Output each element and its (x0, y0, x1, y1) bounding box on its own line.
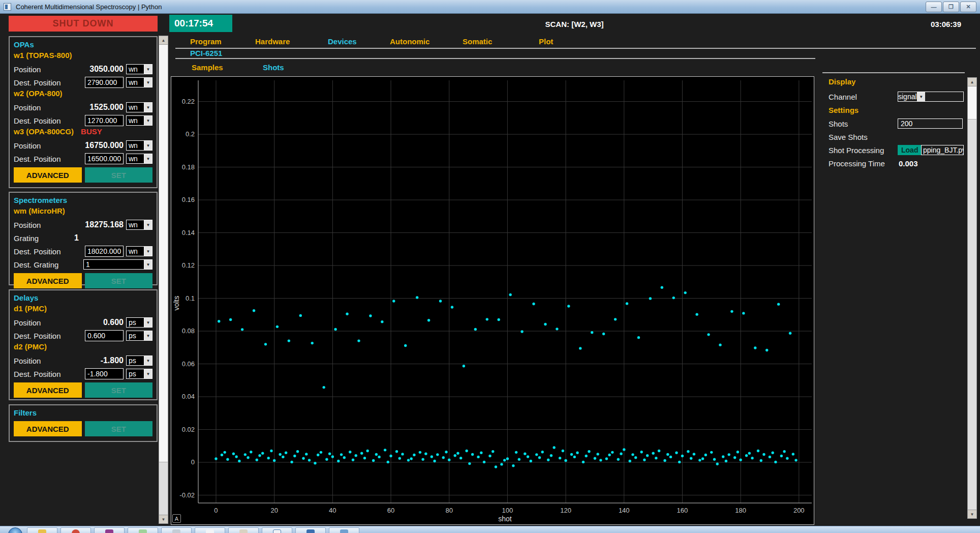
chevron-down-icon[interactable]: ▼ (144, 154, 152, 163)
chevron-down-icon[interactable]: ▼ (144, 220, 152, 229)
scrollbar-thumb[interactable] (968, 86, 976, 120)
w2-dest-input[interactable]: 1270.000 (85, 115, 124, 126)
chevron-down-icon[interactable]: ▼ (144, 65, 152, 74)
delays-set-button[interactable]: SET (85, 382, 153, 398)
opas-set-button[interactable]: SET (85, 167, 153, 183)
chevron-down-icon[interactable]: ▼ (144, 318, 152, 327)
opas-panel: OPAs w1 (TOPAS-800) Position 3050.000 wn… (9, 36, 158, 188)
window-titlebar[interactable]: Coherent Multidimensional Spectroscopy |… (0, 0, 980, 14)
wm-dest-input[interactable]: 18020.000 (85, 246, 124, 257)
chevron-down-icon[interactable]: ▼ (917, 92, 925, 101)
chevron-down-icon[interactable]: ▼ (144, 331, 152, 340)
w3-dest-input[interactable]: 16500.000 (85, 153, 124, 164)
minimize-button[interactable]: — (926, 2, 942, 12)
chevron-down-icon[interactable]: ▼ (144, 116, 152, 125)
menu-plot[interactable]: Plot (539, 37, 553, 46)
wm-dest-unit-dropdown[interactable]: wn▼ (126, 246, 152, 256)
taskbar-app-button[interactable] (94, 527, 125, 533)
scroll-up-icon[interactable]: ▲ (968, 78, 976, 86)
opas-title: OPAs (14, 40, 152, 51)
svg-text:0.04: 0.04 (182, 393, 195, 400)
taskbar-app-button[interactable] (60, 527, 91, 533)
chevron-down-icon[interactable]: ▼ (144, 356, 152, 365)
right-panel-scrollbar[interactable]: ▲ ▼ (967, 77, 977, 519)
menu-program[interactable]: Program (190, 37, 222, 46)
svg-text:shot: shot (498, 515, 512, 523)
restore-button[interactable]: ❐ (943, 2, 959, 12)
taskbar-app-button[interactable] (262, 527, 292, 533)
taskbar-app-button[interactable] (329, 527, 359, 533)
start-button[interactable] (8, 527, 22, 533)
chevron-down-icon[interactable]: ▼ (144, 78, 152, 87)
menu-somatic[interactable]: Somatic (463, 37, 492, 46)
scrollbar-thumb[interactable] (159, 45, 168, 462)
w3-dest-unit-dropdown[interactable]: wn▼ (126, 154, 152, 164)
d1-dest-unit-dropdown[interactable]: ps▼ (126, 331, 152, 341)
tab-shots[interactable]: Shots (263, 63, 284, 72)
w2-name: w2 (OPA-800) (14, 89, 63, 101)
filters-set-button[interactable]: SET (85, 421, 153, 436)
svg-text:0.12: 0.12 (182, 261, 195, 269)
plot-autoscale-button[interactable]: A (172, 514, 181, 523)
w2-position-unit-dropdown[interactable]: wn▼ (126, 102, 152, 112)
spectrometers-advanced-button[interactable]: ADVANCED (14, 273, 82, 288)
d1-position-unit-dropdown[interactable]: ps▼ (126, 317, 152, 328)
wm-position-unit-dropdown[interactable]: wn▼ (126, 220, 152, 230)
w3-busy-badge: BUSY (81, 127, 102, 139)
chevron-down-icon[interactable]: ▼ (144, 247, 152, 256)
scroll-up-icon[interactable]: ▲ (159, 36, 168, 45)
scroll-down-icon[interactable]: ▼ (159, 515, 168, 523)
position-label: Position (14, 103, 77, 112)
d2-dest-input[interactable]: -1.800 (85, 368, 124, 379)
device-tab-pci6251[interactable]: PCI-6251 (190, 49, 222, 57)
taskbar-app-button[interactable] (195, 527, 225, 533)
display-section-title: Display (829, 77, 855, 86)
windows-taskbar[interactable] (0, 526, 980, 533)
scroll-down-icon[interactable]: ▼ (968, 510, 976, 518)
taskbar-app-button[interactable] (228, 527, 259, 533)
green-app-icon (139, 529, 147, 533)
d2-position-unit-dropdown[interactable]: ps▼ (126, 356, 152, 366)
opas-advanced-button[interactable]: ADVANCED (14, 167, 82, 183)
desktop: { "window": { "title": "Coherent Multidi… (0, 0, 980, 533)
chevron-down-icon[interactable]: ▼ (144, 369, 152, 378)
load-script-button[interactable]: Load (898, 145, 922, 155)
channel-dropdown[interactable]: signal ▼ (898, 92, 964, 102)
taskbar-app-button[interactable] (27, 527, 57, 533)
shutdown-button[interactable]: SHUT DOWN (9, 16, 158, 32)
close-button[interactable]: ✕ (960, 2, 976, 12)
chevron-down-icon[interactable]: ▼ (144, 141, 152, 150)
w1-dest-input[interactable]: 2790.000 (85, 77, 124, 88)
purple-app-icon (105, 529, 113, 533)
central-scrollbar[interactable]: ▲ ▼ (159, 36, 168, 524)
taskbar-app-button[interactable] (295, 527, 326, 533)
menu-autonomic[interactable]: Autonomic (390, 37, 430, 46)
shots-plot-svg[interactable]: -0.0200.020.040.060.080.10.120.140.160.1… (171, 77, 814, 523)
tab-samples[interactable]: Samples (192, 63, 223, 72)
d2-dest-unit-dropdown[interactable]: ps▼ (126, 369, 152, 379)
w1-dest-unit-dropdown[interactable]: wn▼ (126, 77, 152, 87)
taskbar-app-button[interactable] (128, 527, 158, 533)
svg-text:0.22: 0.22 (182, 98, 195, 105)
w2-dest-unit-dropdown[interactable]: wn▼ (126, 115, 152, 126)
chevron-down-icon[interactable]: ▼ (144, 103, 152, 112)
d1-dest-input[interactable]: 0.600 (85, 330, 124, 341)
folder-icon (38, 529, 46, 533)
processing-time-value: 0.003 (899, 159, 918, 168)
svg-text:0.2: 0.2 (186, 130, 195, 138)
shots-input[interactable]: 200 (898, 119, 963, 129)
shot-processing-file[interactable]: pping_BJT.py (921, 145, 964, 155)
chevron-down-icon[interactable]: ▼ (144, 260, 152, 269)
svg-text:180: 180 (735, 507, 746, 514)
filters-advanced-button[interactable]: ADVANCED (14, 421, 82, 436)
d1-position-row: Position 0.600 ps▼ (14, 316, 152, 329)
wm-dest-grating-dropdown[interactable]: 1▼ (83, 259, 152, 270)
w1-position-unit-dropdown[interactable]: wn▼ (126, 64, 152, 74)
menu-devices[interactable]: Devices (328, 37, 357, 46)
taskbar-app-button[interactable] (161, 527, 192, 533)
w3-position-value: 16750.000 (77, 141, 124, 150)
w3-position-unit-dropdown[interactable]: wn▼ (126, 140, 152, 151)
delays-advanced-button[interactable]: ADVANCED (14, 382, 82, 398)
menu-hardware[interactable]: Hardware (255, 37, 290, 46)
spectrometers-set-button[interactable]: SET (85, 273, 153, 288)
